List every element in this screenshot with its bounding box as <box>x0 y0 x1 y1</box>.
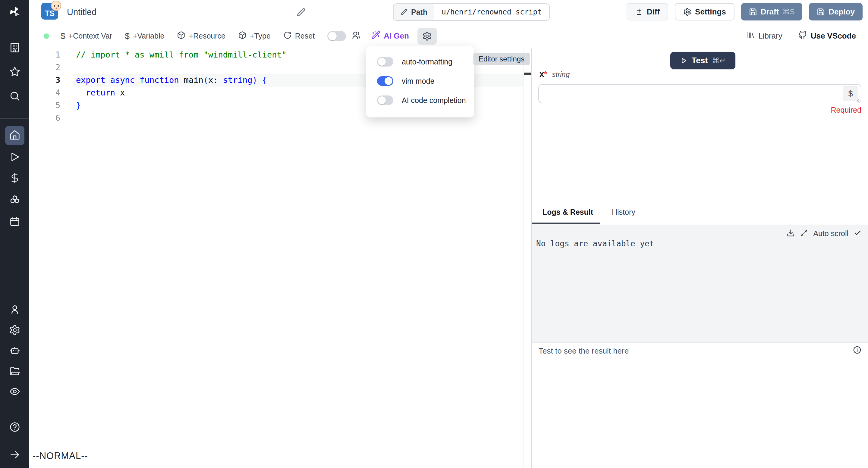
sidebar-item-variables[interactable] <box>5 169 24 188</box>
line-number: 6 <box>29 112 60 124</box>
test-shortcut: ⌘↵ <box>712 56 726 65</box>
add-resource-label: +Resource <box>189 32 225 40</box>
arg-type: string <box>552 70 570 78</box>
auto-formatting-row[interactable]: auto-formatting <box>377 57 453 67</box>
expand-icon[interactable] <box>800 229 808 238</box>
library-button[interactable]: Library <box>747 31 782 41</box>
sidebar-item-workers[interactable] <box>5 341 24 361</box>
building-icon <box>9 42 21 55</box>
deploy-button[interactable]: Deploy <box>809 3 863 21</box>
vim-mode-row[interactable]: vim mode <box>377 76 434 86</box>
top-header: TS Untitled Path u/henri/renowned_script… <box>29 0 868 24</box>
tab-history[interactable]: History <box>612 200 635 224</box>
info-icon[interactable] <box>853 346 861 354</box>
no-logs-message: No logs are available yet <box>536 239 654 248</box>
play-icon <box>9 151 21 164</box>
sidebar-item-runs[interactable] <box>5 148 24 167</box>
library-label: Library <box>758 31 782 41</box>
logs-area: Auto scroll No logs are available yet <box>532 225 868 343</box>
required-asterisk: * <box>544 70 547 78</box>
header-actions: Diff Settings Draft ⌘S Deploy <box>627 3 863 21</box>
settings-button[interactable]: Settings <box>675 3 735 21</box>
required-hint: Required <box>825 106 861 114</box>
line-number: 4 <box>29 87 60 99</box>
path-label: Path <box>411 8 427 16</box>
sidebar-item-account[interactable] <box>5 301 24 320</box>
sidebar-item-audit[interactable] <box>5 382 24 402</box>
boxes-icon <box>9 195 21 207</box>
diff-label: Diff <box>647 7 660 16</box>
save-icon <box>817 8 825 16</box>
tab-logs-result[interactable]: Logs & Result <box>542 200 593 224</box>
ai-gen-button[interactable]: AI Gen <box>371 30 409 41</box>
sidebar-item-home[interactable] <box>5 126 24 145</box>
results-tabbar: Logs & Result History <box>532 200 868 224</box>
dollar-icon: $ <box>125 31 130 41</box>
overview-ruler-cursor <box>524 73 532 75</box>
ai-code-completion-row[interactable]: AI code completion <box>377 96 466 105</box>
logs-toolbar: Auto scroll <box>786 229 861 238</box>
toggle-knob <box>384 77 393 85</box>
toggle-knob <box>328 32 337 40</box>
collab-users-button[interactable] <box>351 30 361 42</box>
editor-settings-menu: auto-formatting vim mode AI code complet… <box>366 46 474 118</box>
magic-wand-icon <box>371 30 380 41</box>
star-icon <box>9 66 21 78</box>
help-circle-icon <box>9 421 21 434</box>
test-button[interactable]: Test ⌘↵ <box>670 52 735 69</box>
sidebar-item-help[interactable] <box>5 418 24 437</box>
robot-icon <box>9 345 21 358</box>
sidebar-item-resources[interactable] <box>5 191 24 210</box>
sidebar-item-favorites[interactable] <box>5 63 24 82</box>
editor-border <box>523 48 524 468</box>
deploy-label: Deploy <box>829 7 855 16</box>
windmill-logo[interactable] <box>8 5 22 19</box>
folder-icon <box>9 365 21 378</box>
page-title: Untitled <box>67 0 96 24</box>
ai-code-completion-toggle[interactable] <box>377 96 393 105</box>
sidebar-item-schedules[interactable] <box>5 212 24 232</box>
add-type-button[interactable]: +Type <box>238 31 271 41</box>
path-value[interactable]: u/henri/renowned_script <box>434 4 549 20</box>
sidebar-item-folders[interactable] <box>5 362 24 381</box>
add-context-var-button[interactable]: $ +Context Var <box>61 31 112 41</box>
status-dot <box>44 33 49 39</box>
add-resource-button[interactable]: +Resource <box>177 31 225 41</box>
auto-formatting-toggle[interactable] <box>377 57 393 67</box>
diff-icon <box>635 8 643 16</box>
eye-icon <box>9 386 21 398</box>
editor-toolbar: $ +Context Var $ +Variable +Resource +Ty… <box>29 24 868 48</box>
draft-button[interactable]: Draft ⌘S <box>741 3 803 21</box>
line-number-active: 3 <box>29 74 60 87</box>
reset-button[interactable]: Reset <box>283 31 315 41</box>
edit-title-pencil-icon[interactable] <box>297 7 306 16</box>
refresh-icon <box>283 31 292 41</box>
arrow-right-icon <box>9 449 21 462</box>
dollar-icon <box>9 172 21 185</box>
sidebar-item-expand[interactable] <box>5 446 24 465</box>
arg-input-field[interactable]: $ <box>538 84 861 103</box>
path-field[interactable]: Path u/henri/renowned_script <box>393 3 550 21</box>
sidebar-item-workspace[interactable] <box>5 38 24 58</box>
vim-mode-label: vim mode <box>402 77 434 86</box>
auto-scroll-label[interactable]: Auto scroll <box>813 229 848 238</box>
check-icon[interactable] <box>854 229 861 238</box>
add-variable-button[interactable]: $ +Variable <box>125 31 164 41</box>
multiplayer-toggle[interactable] <box>327 31 346 41</box>
diff-button[interactable]: Diff <box>627 3 668 21</box>
line-number: 5 <box>29 99 60 112</box>
gear-icon <box>683 8 691 16</box>
download-icon[interactable] <box>786 229 795 238</box>
sidebar-item-search[interactable] <box>5 87 24 106</box>
active-tab-underline <box>532 223 600 224</box>
draft-shortcut: ⌘S <box>782 7 795 16</box>
gear-icon <box>9 324 21 337</box>
use-vscode-button[interactable]: Use VScode <box>798 30 856 42</box>
use-vscode-label: Use VScode <box>811 31 856 41</box>
resize-grip-icon[interactable] <box>855 97 860 102</box>
path-label-segment: Path <box>394 4 434 20</box>
sidebar-item-settings[interactable] <box>5 321 24 340</box>
test-label: Test <box>692 56 708 65</box>
editor-settings-button[interactable] <box>417 28 437 44</box>
vim-mode-toggle[interactable] <box>377 76 393 86</box>
